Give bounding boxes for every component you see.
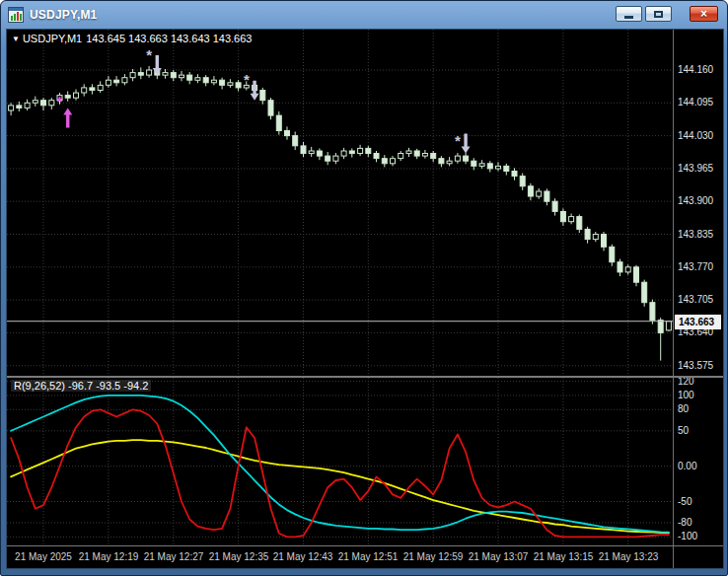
candle	[341, 151, 346, 156]
candle	[537, 191, 542, 196]
candle	[333, 156, 338, 161]
time-axis-label: 21 May 2025	[15, 551, 72, 562]
candle	[293, 136, 298, 146]
candle	[625, 267, 630, 272]
candle	[349, 151, 354, 154]
candle	[74, 93, 79, 98]
time-axis[interactable]: 21 May 202521 May 12:1921 May 12:2721 Ma…	[7, 545, 673, 568]
candle	[9, 106, 14, 110]
main-chart-plot[interactable]: ****	[7, 30, 673, 376]
time-axis-label: 21 May 12:27	[144, 551, 204, 562]
chart-client-area: **** ▼USDJPY,M1143.645 143.663 143.643 1…	[6, 29, 724, 569]
candle	[309, 151, 314, 154]
axis-corner	[673, 545, 723, 568]
candle	[560, 212, 565, 222]
maximize-button[interactable]	[645, 6, 672, 22]
indicator-plot[interactable]	[7, 378, 673, 545]
candle	[455, 156, 460, 161]
minimize-icon	[624, 16, 633, 19]
candle	[82, 88, 87, 93]
candle	[512, 172, 517, 177]
candles-layer	[9, 65, 672, 361]
indicator-axis-label: 100	[678, 390, 694, 401]
indicator-label[interactable]: R(9,26,52) -96.7 -93.5 -94.2	[11, 380, 151, 392]
price-axis-label: 143.770	[678, 261, 713, 273]
candle	[585, 229, 590, 239]
candle	[431, 154, 436, 159]
candle	[260, 91, 265, 101]
time-axis-label: 21 May 12:51	[338, 551, 399, 562]
candle	[382, 159, 387, 164]
minimize-button[interactable]	[616, 6, 642, 22]
indicator-line-cyan	[11, 396, 669, 533]
price-axis-label: 143.965	[678, 163, 713, 175]
candle	[545, 191, 549, 201]
candle	[472, 161, 476, 166]
candle	[180, 75, 184, 78]
close-icon: ×	[700, 7, 707, 21]
candle	[326, 156, 330, 161]
candle	[211, 80, 216, 83]
indicator-line-red	[11, 409, 669, 537]
candle	[610, 247, 615, 261]
indicator-grid	[7, 378, 673, 545]
window-title: USDJPY,M1	[30, 8, 98, 22]
ohlc-header: ▼USDJPY,M1143.645 143.663 143.643 143.66…	[12, 33, 255, 44]
candle	[464, 156, 469, 161]
time-axis-label: 21 May 13:07	[469, 551, 529, 562]
titlebar[interactable]: USDJPY,M1 ×	[1, 1, 727, 28]
candle	[106, 80, 110, 85]
candle	[41, 101, 46, 106]
main-chart-panel[interactable]: **** ▼USDJPY,M1143.645 143.663 143.643 1…	[7, 30, 673, 376]
price-axis-label: 143.705	[678, 294, 713, 306]
price-axis-label: 144.095	[678, 97, 713, 108]
time-axis-label: 21 May 12:43	[273, 551, 333, 562]
price-axis-label: 144.030	[678, 130, 713, 142]
time-axis-label: 21 May 13:15	[534, 551, 594, 562]
candle	[366, 148, 371, 153]
indicator-axis-label: -80	[678, 517, 692, 529]
window-controls: ×	[613, 6, 718, 22]
price-axis-label: 143.900	[678, 195, 713, 207]
sell-arrow-icon	[153, 55, 162, 75]
candle	[399, 154, 403, 159]
candle	[195, 78, 200, 81]
candle	[406, 151, 411, 154]
candle	[447, 161, 452, 164]
candle	[504, 166, 509, 171]
trade-asterisk-icon: *	[57, 93, 63, 109]
candle	[203, 78, 208, 83]
chart-window: USDJPY,M1 × **** ▼USDJPY,M1143.645 143.6…	[0, 0, 728, 576]
time-axis-label: 21 May 13:23	[599, 551, 659, 562]
candle	[114, 80, 119, 83]
candle	[593, 235, 598, 240]
candle	[49, 101, 54, 106]
current-price-tag: 143.663	[675, 315, 721, 329]
chart-app-icon[interactable]	[8, 7, 24, 23]
candle	[414, 151, 419, 156]
indicator-axis-label: -100	[678, 531, 697, 542]
candle	[658, 321, 663, 333]
candle	[276, 115, 281, 130]
candle	[634, 267, 639, 282]
candle	[391, 159, 396, 164]
price-axis-label: 143.835	[678, 229, 713, 241]
time-axis-label: 21 May 12:35	[209, 551, 269, 562]
indicator-axis-label: 50	[678, 425, 689, 437]
indicator-axis[interactable]: 12010080500.00-50-80-100	[673, 378, 723, 545]
candle	[496, 166, 501, 169]
close-button[interactable]: ×	[690, 6, 718, 22]
candle	[439, 159, 444, 164]
symbol-label: USDJPY,M1	[23, 33, 82, 44]
candle	[17, 106, 22, 108]
indicator-axis-label: 120	[678, 378, 694, 388]
indicator-panel[interactable]: R(9,26,52) -96.7 -93.5 -94.2	[7, 378, 673, 545]
candle	[171, 73, 176, 78]
indicator-axis-label: 0.00	[678, 461, 696, 472]
candle	[187, 75, 192, 80]
trade-asterisk-icon: *	[244, 71, 250, 88]
price-axis[interactable]: 143.663 144.160144.095144.030143.965143.…	[673, 30, 723, 376]
candle	[285, 131, 290, 136]
candle	[650, 303, 655, 321]
candle	[236, 83, 241, 88]
